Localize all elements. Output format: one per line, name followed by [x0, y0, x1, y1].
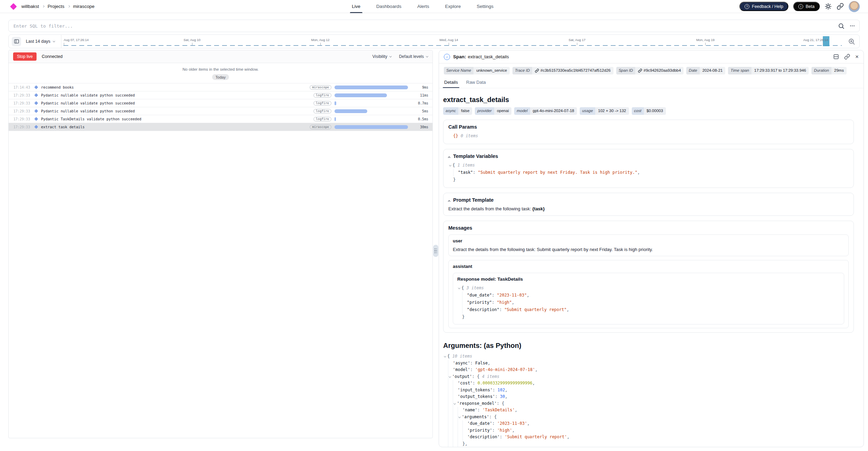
sidebar-toggle-icon[interactable] [12, 37, 21, 46]
feedback-help-button[interactable]: ? Feedback / Help [739, 2, 788, 11]
tab-dashboards[interactable]: Dashboards [376, 0, 401, 13]
code-token: 4 items [482, 373, 500, 380]
code-token: 'cost' [458, 380, 472, 387]
search-icon[interactable] [838, 23, 845, 29]
code-token: 'response_model' [457, 400, 497, 407]
code-token: , [532, 380, 535, 387]
tab-alerts[interactable]: Alerts [417, 0, 429, 13]
expand-chevron-icon[interactable] [449, 373, 451, 380]
log-row[interactable]: 17:29:33extract_task_detailsmirascope30m… [9, 123, 432, 131]
timeline-tick-label: Aug 21, 17:26:14 [803, 38, 828, 42]
indent-guide [453, 169, 458, 176]
indent-guide [458, 407, 462, 414]
duration-label: 30ms [420, 125, 428, 129]
tab-settings[interactable]: Settings [477, 0, 493, 13]
meta-trace-id[interactable]: Trace ID#c3b5157330ea5c1fd4572747af512d2… [512, 67, 613, 74]
collapse-icon[interactable] [448, 156, 450, 159]
code-token: False [475, 360, 488, 367]
filter-more-menu-icon[interactable] [850, 26, 855, 27]
header-actions: ? Feedback / Help i Beta [739, 1, 860, 12]
code-token: "priority" [467, 299, 492, 306]
default-levels-dropdown[interactable]: Default levels [399, 54, 428, 59]
log-row[interactable]: 17:14:43recommend_booksmirascope9ms [9, 83, 432, 91]
code-token: : [492, 299, 497, 306]
main-nav: LiveDashboardsAlertsExploreSettings [352, 0, 493, 13]
indent-guide [458, 420, 462, 427]
code-token: 'priority' [467, 427, 492, 434]
meta-span-id[interactable]: Span ID#9c942620aa93dbb4 [616, 67, 684, 74]
log-row[interactable]: 17:29:33Pydantic TaskDetails validate_py… [9, 115, 432, 123]
breadcrumb-item-willbakst[interactable]: willbakst [21, 4, 39, 9]
sql-filter-input[interactable] [13, 23, 838, 29]
theme-toggle-icon[interactable] [825, 3, 832, 10]
badge-label: usage [580, 107, 595, 115]
duration-label: 0.5ms [418, 117, 428, 121]
code-line: 'name': 'TaskDetails', [448, 407, 854, 414]
duration-track: 9ms [335, 86, 428, 89]
beta-button[interactable]: i Beta [793, 2, 820, 11]
tab-explore[interactable]: Explore [445, 0, 461, 13]
span-detail-panel: i Span:extract_task_details × Service Na… [439, 50, 864, 447]
arguments-heading: Arguments: (as Python) [443, 342, 854, 350]
tab-details[interactable]: Details [444, 80, 458, 88]
code-token: : [473, 169, 478, 176]
timeline-tick-label: Wed, Aug 14 [439, 38, 458, 42]
user-avatar[interactable] [849, 1, 860, 12]
visibility-dropdown[interactable]: Visibility [372, 54, 391, 59]
span-badges: asyncfalseprovideropenaimodelgpt-4o-mini… [443, 107, 854, 115]
response-model-card: Response model: TaskDetails { 3 items"du… [453, 273, 844, 324]
duration-label: 0.7ms [418, 101, 428, 105]
code-token: : [492, 387, 497, 394]
span-title: Span:extract_task_details [453, 54, 509, 59]
code-token: : [470, 360, 475, 367]
expand-chevron-icon[interactable] [444, 353, 446, 360]
code-token: { [502, 400, 504, 407]
code-line: 'description': 'Submit quarterly report'… [448, 434, 854, 441]
breadcrumb-item-mirascope[interactable]: mirascope [73, 4, 94, 9]
indent-guide [458, 427, 462, 434]
code-line: { 10 items [448, 353, 854, 360]
expand-chevron-icon[interactable] [458, 284, 460, 292]
log-timestamp: 17:29:33 [13, 109, 35, 113]
timeline-region[interactable]: Aug 07, 17:26:14Sat, Aug 10Mon, Aug 12We… [61, 35, 844, 48]
badge-label: async [443, 107, 458, 115]
log-span-name: Pydantic TaskDetails validate_python suc… [41, 117, 313, 121]
indent-guide [453, 380, 458, 387]
indent-guide [448, 414, 453, 421]
log-row[interactable]: 17:29:33Pydantic nullable validate_pytho… [9, 107, 432, 115]
share-link-icon[interactable] [837, 3, 844, 10]
panel-resize-handle[interactable] [433, 245, 438, 257]
tab-raw-data[interactable]: Raw Data [466, 80, 486, 88]
close-icon[interactable]: × [855, 54, 859, 60]
indent-guide [448, 441, 453, 447]
log-row[interactable]: 17:29:33Pydantic nullable validate_pytho… [9, 99, 432, 107]
stop-live-button[interactable]: Stop live [13, 52, 37, 61]
tab-live[interactable]: Live [352, 0, 360, 13]
expand-chevron-icon[interactable] [454, 400, 456, 407]
code-line: }, [448, 441, 854, 447]
badge-value: 102 + 30 -> 132 [595, 107, 629, 115]
indent-guide [458, 441, 462, 447]
log-row[interactable]: 17:29:33Pydantic nullable validate_pytho… [9, 91, 432, 99]
code-token: '2023-11-03' [497, 420, 527, 427]
meta-label: Time span [728, 67, 751, 74]
meta-value: 29ms [831, 67, 847, 74]
log-span-name: Pydantic nullable validate_python succee… [41, 109, 313, 113]
badge-async: asyncfalse [443, 107, 472, 115]
zoom-in-icon[interactable] [848, 38, 855, 45]
duration-bar [335, 109, 367, 113]
log-row-list: 17:14:43recommend_booksmirascope9ms17:29… [9, 83, 432, 131]
code-token: , [505, 387, 507, 394]
duration-label: 5ms [422, 109, 428, 113]
indent-guide [453, 393, 458, 400]
time-range-dropdown[interactable]: Last 14 days [26, 39, 55, 44]
collapse-icon[interactable] [448, 200, 450, 202]
expand-chevron-icon[interactable] [459, 414, 460, 421]
split-view-icon[interactable] [833, 54, 839, 60]
duration-track: 5ms [335, 109, 428, 113]
breadcrumb-item-Projects[interactable]: Projects [48, 4, 64, 9]
expand-chevron-icon[interactable] [449, 162, 451, 169]
logfire-logo-icon[interactable] [10, 3, 17, 10]
copy-link-icon[interactable] [844, 54, 850, 60]
span-heading: extract_task_details [443, 96, 854, 104]
